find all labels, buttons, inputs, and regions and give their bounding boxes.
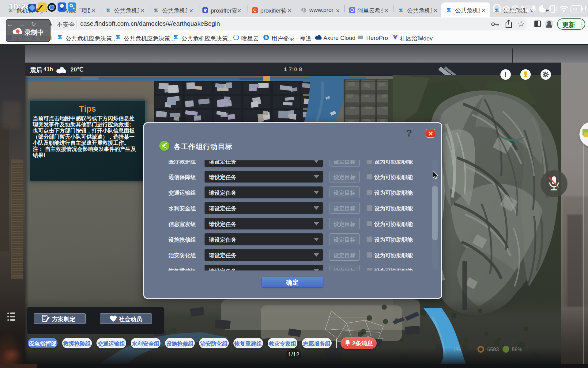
svg-text:61: 61 xyxy=(573,7,577,11)
